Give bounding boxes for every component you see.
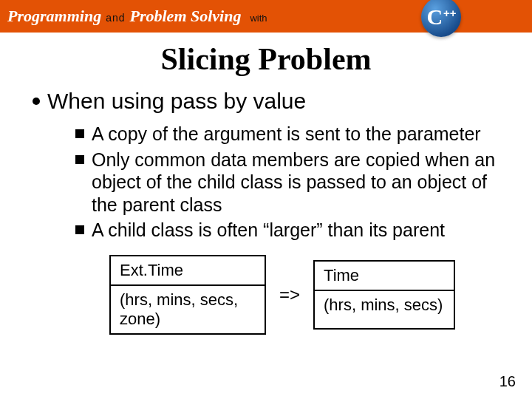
square-bullet-icon — [75, 129, 84, 138]
banner-word-with: with — [250, 13, 267, 24]
slide-body: When using pass by value A copy of the a… — [0, 77, 532, 335]
time-body: (hrs, mins, secs) — [314, 290, 454, 329]
square-bullet-icon — [75, 155, 84, 164]
subbullet-c: A child class is often “larger” than its… — [75, 219, 499, 242]
square-bullet-icon — [75, 225, 84, 234]
cpp-plus-plus: ++ — [443, 7, 457, 19]
page-number: 16 — [499, 373, 516, 390]
arrow-icon: => — [279, 284, 300, 305]
banner-title: Programming and Problem Solving with — [7, 7, 267, 26]
bullet-level1: When using pass by value — [33, 89, 499, 114]
subbullet-c-text: A child class is often “larger” than its… — [92, 219, 445, 242]
ext-time-body: (hrs, mins, secs, zone) — [110, 285, 265, 334]
comparison-tables: Ext.Time (hrs, mins, secs, zone) => Time… — [109, 255, 499, 335]
bullet1-text: When using pass by value — [47, 89, 306, 114]
disc-bullet-icon — [33, 98, 40, 105]
time-table: Time (hrs, mins, secs) — [313, 260, 455, 330]
banner-word-and: and — [106, 12, 125, 24]
cpp-logo-icon: C++ — [421, 0, 461, 37]
subbullet-b: Only common data members are copied when… — [75, 149, 499, 216]
ext-time-header: Ext.Time — [110, 256, 265, 285]
subbullet-a: A copy of the argument is sent to the pa… — [75, 123, 499, 146]
slide-title: Slicing Problem — [0, 41, 532, 77]
subbullet-b-text: Only common data members are copied when… — [92, 149, 499, 216]
cpp-letter-c: C — [426, 6, 443, 28]
time-header: Time — [314, 261, 454, 290]
banner-word-programming: Programming — [7, 7, 101, 26]
subbullet-a-text: A copy of the argument is sent to the pa… — [92, 123, 481, 146]
ext-time-table: Ext.Time (hrs, mins, secs, zone) — [109, 255, 266, 335]
banner-word-problem-solving: Problem Solving — [130, 7, 242, 26]
header-banner: Programming and Problem Solving with C++ — [0, 0, 532, 33]
